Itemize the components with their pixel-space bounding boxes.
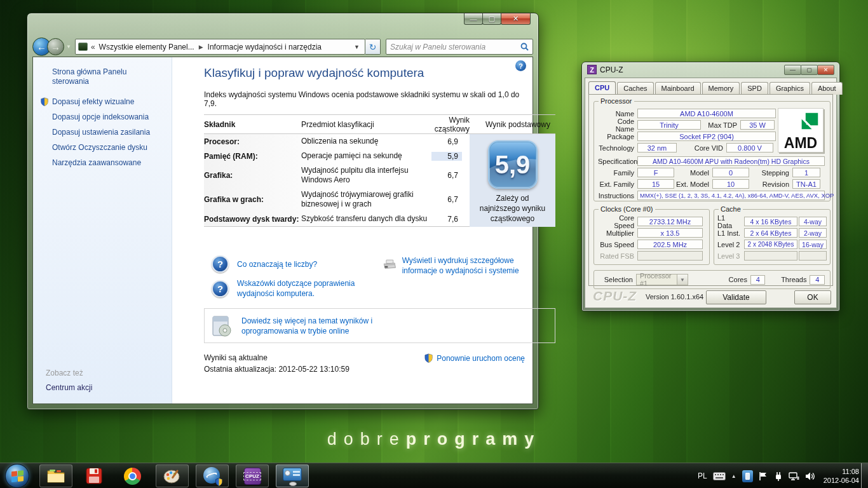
- tab-memory[interactable]: Memory: [702, 82, 740, 95]
- address-dropdown-icon[interactable]: ▼: [351, 44, 362, 50]
- technology-field: 32 nm: [637, 143, 677, 152]
- sidebar-item-disk-cleanup[interactable]: Otwórz Oczyszczanie dysku: [52, 143, 147, 152]
- tab-cpu[interactable]: CPU: [588, 81, 616, 94]
- taskbar-paint-button[interactable]: [156, 464, 189, 487]
- help-link-1[interactable]: ? Co oznaczają te liczby?: [212, 255, 317, 273]
- language-indicator[interactable]: PL: [698, 471, 707, 480]
- corevid-field: 0.800 V: [726, 143, 773, 152]
- power-plug-icon[interactable]: [773, 471, 783, 481]
- printer-icon: [383, 255, 397, 274]
- recent-pages-chevron-icon[interactable]: ▼: [66, 44, 71, 50]
- taskbar-performance-button[interactable]: [276, 464, 309, 487]
- amd-arrow-icon: [800, 112, 819, 131]
- l1inst-label: L1 Inst.: [717, 229, 744, 237]
- show-desktop-button[interactable]: [861, 463, 868, 488]
- combo-arrow-icon[interactable]: ▼: [677, 274, 688, 285]
- specification-label: Specification: [598, 158, 637, 165]
- taskbar-cpuz-button[interactable]: CPUZ: [236, 464, 269, 487]
- tray-overflow-icon[interactable]: ▲: [731, 473, 736, 479]
- window-caption-buttons: — ▢ ✕: [465, 13, 531, 25]
- row-score-highlighted: 5,9: [431, 152, 462, 161]
- extmodel-field: 10: [712, 179, 749, 189]
- cache-legend: Cache: [719, 205, 743, 213]
- processor-groupbox: Processor AMD Name AMD A10-4600M Code Na…: [593, 101, 831, 201]
- help-link-1-label[interactable]: Co oznaczają te liczby?: [237, 260, 317, 269]
- help-icon[interactable]: ?: [515, 60, 526, 71]
- help-link-2[interactable]: ? Wskazówki dotyczące poprawienia wydajn…: [212, 278, 390, 299]
- sidebar-item-advanced-tools[interactable]: Narzędzia zaawansowane: [52, 158, 141, 167]
- battery-icon[interactable]: [742, 470, 753, 482]
- tab-mainboard[interactable]: Mainboard: [655, 82, 701, 95]
- score-table: Składnik Przedmiot klasyfikacji Wynik cz…: [204, 114, 555, 227]
- search-box[interactable]: [386, 39, 533, 55]
- sidebar-item-indexing[interactable]: Dopasuj opcje indeksowania: [52, 112, 149, 121]
- breadcrumb-root[interactable]: Wszystkie elementy Panel...: [99, 43, 194, 51]
- table-rows: Procesor: Obliczenia na sekundę 6,9 Pami…: [204, 134, 470, 227]
- chrome-icon: [124, 468, 141, 485]
- start-button[interactable]: [5, 464, 29, 488]
- speaker-icon[interactable]: [805, 471, 815, 481]
- online-link-label[interactable]: Dowiedz się więcej na temat wyników i op…: [241, 316, 407, 336]
- breadcrumb-current[interactable]: Informacje wydajności i narzędzia: [208, 43, 322, 51]
- row-component: Procesor:: [204, 137, 301, 146]
- search-icon[interactable]: [520, 43, 529, 51]
- help-link-2-label[interactable]: Wskazówki dotyczące poprawienia wydajnoś…: [237, 278, 390, 299]
- tray-clock[interactable]: 11:08 2012-06-04: [824, 467, 859, 485]
- extfamily-label: Ext. Family: [598, 180, 637, 188]
- breadcrumb-overflow-icon[interactable]: «: [91, 43, 99, 51]
- sidebar-item-action-center[interactable]: Centrum akcji: [46, 383, 92, 392]
- action-center-flag-icon[interactable]: [759, 471, 768, 481]
- forward-button[interactable]: →: [47, 38, 64, 55]
- model-field: 0: [712, 168, 749, 177]
- cpuz-maximize-button[interactable]: ▢: [801, 65, 818, 75]
- corespeed-field: 2733.12 MHz: [637, 217, 703, 226]
- validate-button[interactable]: Validate: [706, 290, 766, 304]
- question-icon[interactable]: ?: [212, 280, 229, 297]
- tab-about[interactable]: About: [811, 82, 843, 95]
- tab-spd[interactable]: SPD: [741, 82, 768, 95]
- rerun-assessment-link[interactable]: Ponownie uruchom ocenę: [424, 353, 525, 363]
- tab-graphics[interactable]: Graphics: [770, 82, 810, 95]
- windows-flag-icon: [11, 470, 24, 483]
- keyboard-icon[interactable]: [713, 472, 726, 480]
- search-input[interactable]: [390, 43, 520, 51]
- maximize-button[interactable]: ▢: [482, 13, 501, 25]
- refresh-button[interactable]: ↻: [365, 39, 381, 55]
- print-link[interactable]: Wyświetl i wydrukuj szczegółowe informac…: [383, 255, 542, 276]
- multiplier-field: x 13.5: [637, 228, 703, 238]
- address-bar[interactable]: « Wszystkie elementy Panel... ▶ Informac…: [75, 39, 365, 55]
- cpu-name-field: AMD A10-4600M: [637, 109, 776, 118]
- minimize-button[interactable]: —: [464, 13, 483, 25]
- base-score-caption: Zależy od najniższego wyniku cząstkowego: [478, 193, 548, 224]
- print-link-label[interactable]: Wyświetl i wydrukuj szczegółowe informac…: [402, 255, 542, 276]
- close-button[interactable]: ✕: [501, 13, 531, 25]
- uac-shield-icon: [40, 97, 49, 106]
- breadcrumb-separator-icon[interactable]: ▶: [194, 44, 208, 50]
- processor-selector[interactable]: Processor #1 ▼: [636, 274, 688, 285]
- clock-time: 11:08: [824, 467, 859, 476]
- question-icon[interactable]: ?: [212, 255, 229, 273]
- rerun-assessment-label[interactable]: Ponownie uruchom ocenę: [437, 354, 525, 363]
- taskbar-floppy-button[interactable]: [78, 464, 111, 487]
- network-icon[interactable]: [789, 471, 799, 481]
- wallpaper-brand-text: dobreprogramy: [0, 430, 868, 449]
- tab-caches[interactable]: Caches: [617, 82, 653, 95]
- sidebar-item-visual-effects[interactable]: Dopasuj efekty wizualne: [52, 97, 134, 106]
- control-panel-icon: [78, 43, 88, 51]
- cpuz-cpu-page: Processor AMD Name AMD A10-4600M Code Na…: [588, 94, 833, 286]
- sidebar-item-power[interactable]: Dopasuj ustawienia zasilania: [52, 128, 150, 137]
- multiplier-label: Multiplier: [598, 229, 637, 237]
- taskbar-explorer-button[interactable]: [39, 464, 72, 487]
- cpuz-close-button[interactable]: ✕: [817, 65, 834, 75]
- brand-bold: programy: [406, 430, 541, 449]
- ratedfsb-label: Rated FSB: [598, 252, 637, 260]
- cpuz-app-icon: Z: [587, 65, 597, 74]
- navigation-bar: ← → ▼ « Wszystkie elementy Panel... ▶ In…: [32, 37, 533, 57]
- cpuz-minimize-button[interactable]: —: [784, 65, 801, 75]
- taskbar-updater-button[interactable]: [196, 464, 229, 487]
- system-tray: PL ▲: [698, 463, 859, 488]
- ok-button[interactable]: OK: [794, 290, 831, 304]
- processor-legend: Processor: [599, 97, 634, 105]
- sidebar-item-home[interactable]: Strona główna Panelu sterowania: [52, 67, 154, 86]
- taskbar-chrome-button[interactable]: [116, 464, 149, 487]
